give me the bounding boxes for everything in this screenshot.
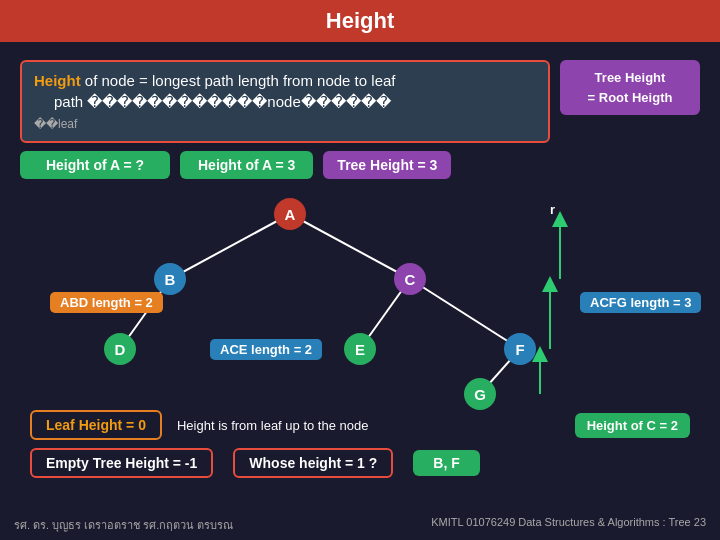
title-text: Height (326, 8, 394, 33)
leaf-height-text: Leaf Height = 0 (46, 417, 146, 433)
height-keyword: Height (34, 72, 81, 89)
acfg-length-label: ACFG length = 3 (580, 292, 701, 313)
node-B: B (154, 263, 186, 295)
def-text1: of node = longest path length from node … (85, 72, 396, 89)
def-note: ��leaf (34, 117, 77, 131)
node-C: C (394, 263, 426, 295)
whose-height-text: Whose height = 1 ? (249, 455, 377, 471)
row2: Height of A = ? Height of A = 3 Tree Hei… (20, 151, 700, 179)
from-leaf-text: Height is from leaf up to the node (177, 418, 560, 433)
node-D: D (104, 333, 136, 365)
tree-height-line2: = Root Heigth (574, 88, 686, 108)
slide: Height Height of node = longest path len… (0, 0, 720, 540)
leaf-height-box: Leaf Height = 0 (30, 410, 162, 440)
footer-authors: รศ. ดร. บุญธร เดราอตราช รศ.กฤตวน ตรบรณ (14, 516, 233, 534)
top-section: Height of node = longest path length fro… (20, 60, 700, 143)
bottom2: Empty Tree Height = -1 Whose height = 1 … (20, 448, 700, 478)
height-a-question: Height of A = ? (20, 151, 170, 179)
content-area: Height of node = longest path length fro… (0, 42, 720, 488)
definition-text: Height of node = longest path length fro… (34, 70, 536, 133)
tree-diagram: A r B C D E F (20, 184, 700, 404)
def-text2: path ������������node������ (34, 93, 391, 110)
bf-answer-box: B, F (413, 450, 479, 476)
empty-tree-text: Empty Tree Height = -1 (46, 455, 197, 471)
height-a-answer: Height of A = 3 (180, 151, 313, 179)
node-E: E (344, 333, 376, 365)
node-A: A (274, 198, 306, 230)
svg-line-0 (170, 214, 290, 279)
footer: รศ. ดร. บุญธร เดราอตราช รศ.กฤตวน ตรบรณ K… (0, 516, 720, 534)
tree-height-3: Tree Height = 3 (323, 151, 451, 179)
height-of-c-box: Height of C = 2 (575, 413, 690, 438)
node-G: G (464, 378, 496, 410)
whose-height-box: Whose height = 1 ? (233, 448, 393, 478)
bottom-section: Leaf Height = 0 Height is from leaf up t… (20, 410, 700, 440)
tree-height-box: Tree Height = Root Heigth (560, 60, 700, 115)
r-label: r (550, 202, 555, 217)
svg-line-4 (410, 279, 520, 349)
tree-height-line1: Tree Height (574, 68, 686, 88)
svg-line-1 (290, 214, 410, 279)
abd-length-label: ABD length = 2 (50, 292, 163, 313)
empty-tree-box: Empty Tree Height = -1 (30, 448, 213, 478)
definition-box: Height of node = longest path length fro… (20, 60, 550, 143)
node-F: F (504, 333, 536, 365)
title-bar: Height (0, 0, 720, 42)
ace-length-label: ACE length = 2 (210, 339, 322, 360)
footer-info: KMITL 01076249 Data Structures & Algorit… (431, 516, 706, 534)
